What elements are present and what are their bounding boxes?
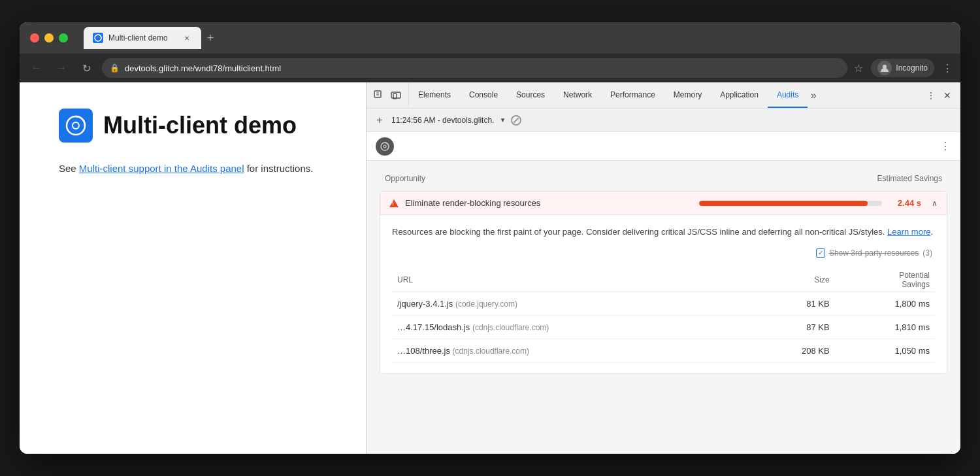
page-title: Multi-client demo	[103, 112, 297, 139]
page-content: Multi-client demo See Multi-client suppo…	[20, 82, 366, 454]
third-party-filter-row: ✓ Show 3rd-party resources (3)	[392, 248, 935, 258]
url-text: devtools.glitch.me/wndt78/multiclient.ht…	[125, 63, 281, 73]
lock-icon: 🔒	[110, 63, 120, 73]
minimize-traffic-light[interactable]	[44, 33, 54, 42]
resource-row: /jquery-3.4.1.js (code.jquery.com) 81 KB…	[392, 292, 935, 315]
tab-title: Multi-client demo	[108, 33, 168, 42]
browser-tab-active[interactable]: Multi-client demo ✕	[84, 27, 201, 49]
col-size-header: Size	[750, 268, 834, 292]
inspect-element-icon[interactable]	[373, 90, 385, 101]
devtools-panel: Elements Console Sources Network Perform…	[366, 82, 960, 454]
tab-console[interactable]: Console	[460, 82, 507, 108]
opportunity-header: Opportunity Estimated Savings	[380, 171, 947, 186]
collapse-opportunity-icon[interactable]: ∧	[932, 199, 938, 208]
close-traffic-light[interactable]	[30, 33, 39, 42]
third-party-count: (3)	[923, 248, 932, 258]
devtools-toolbar: Elements Console Sources Network Perform…	[367, 82, 960, 109]
timestamp-dropdown[interactable]: ▼	[499, 116, 506, 124]
resource-url: …108/three.js (cdnjs.cloudflare.com)	[392, 339, 750, 362]
add-audit-button[interactable]: +	[373, 114, 386, 127]
browser-window: Multi-client demo ✕ + ← → ↻ 🔒 devtools.g…	[20, 22, 960, 454]
tab-performance[interactable]: Performance	[601, 82, 664, 108]
col-url-header: URL	[392, 268, 750, 292]
maximize-traffic-light[interactable]	[59, 33, 68, 42]
profile-avatar	[877, 61, 892, 75]
opportunity-bar-container	[699, 201, 882, 206]
resource-size: 87 KB	[750, 315, 834, 339]
third-party-checkbox[interactable]: ✓	[816, 248, 825, 258]
devtools-icons-left	[367, 82, 409, 108]
more-tabs-icon[interactable]: »	[808, 90, 819, 101]
profile-button[interactable]: Incognito	[871, 59, 934, 77]
tab-application[interactable]: Application	[711, 82, 768, 108]
new-tab-button[interactable]: +	[201, 29, 220, 47]
resource-savings: 1,050 ms	[835, 339, 935, 362]
resource-row: …4.17.15/lodash.js (cdnjs.cloudflare.com…	[392, 315, 935, 339]
resources-table: URL Size Potential Savings /jquery-3.4.1…	[392, 268, 935, 363]
learn-more-link[interactable]: Learn more	[887, 227, 930, 237]
tab-sources[interactable]: Sources	[507, 82, 554, 108]
svg-point-3	[73, 122, 79, 129]
bookmark-icon[interactable]: ☆	[854, 62, 863, 75]
devtools-tabs-right: ⋮ ✕	[917, 88, 960, 103]
devtools-menu-icon[interactable]: ⋮	[924, 88, 938, 103]
opportunity-column-label: Opportunity	[385, 174, 425, 183]
devtools-tabs: Elements Console Sources Network Perform…	[409, 82, 917, 108]
profile-name: Incognito	[896, 63, 928, 73]
forward-button[interactable]: →	[52, 59, 71, 77]
address-bar-right: ☆ Incognito ⋮	[854, 59, 953, 77]
tab-favicon	[93, 33, 103, 43]
tab-audits[interactable]: Audits	[768, 82, 808, 108]
resource-savings: 1,800 ms	[835, 292, 935, 315]
tab-bar: Multi-client demo ✕ +	[84, 27, 220, 49]
main-content: Multi-client demo See Multi-client suppo…	[20, 82, 960, 454]
estimated-savings-label: Estimated Savings	[877, 174, 942, 183]
col-savings-header: Potential Savings	[835, 268, 935, 292]
page-header: Multi-client demo	[59, 109, 327, 143]
opportunity-title: Eliminate render-blocking resources	[405, 198, 693, 208]
desc-after: for instructions.	[244, 163, 314, 174]
tab-close-button[interactable]: ✕	[182, 33, 192, 43]
resource-url: …4.17.15/lodash.js (cdnjs.cloudflare.com…	[392, 315, 750, 339]
opportunity-description: Resources are blocking the first paint o…	[392, 226, 935, 239]
devtools-close-button[interactable]: ✕	[941, 88, 954, 103]
audited-page-icon	[376, 137, 394, 156]
audits-content: Opportunity Estimated Savings Eliminate …	[367, 161, 960, 454]
audits-panel-link[interactable]: Multi-client support in the Audits panel	[79, 163, 244, 174]
page-logo	[59, 109, 93, 143]
resource-savings: 1,810 ms	[835, 315, 935, 339]
opportunity-bar	[699, 201, 868, 206]
resource-size: 208 KB	[750, 339, 834, 362]
back-button[interactable]: ←	[27, 59, 46, 77]
third-party-label: Show 3rd-party resources	[829, 248, 919, 258]
opportunity-main-row[interactable]: Eliminate render-blocking resources 2.44…	[380, 192, 947, 215]
refresh-button[interactable]: ↻	[77, 59, 95, 77]
title-bar: Multi-client demo ✕ +	[20, 22, 960, 54]
url-bar[interactable]: 🔒 devtools.glitch.me/wndt78/multiclient.…	[102, 58, 847, 78]
warning-icon	[389, 199, 399, 207]
svg-point-8	[384, 145, 386, 148]
address-bar: ← → ↻ 🔒 devtools.glitch.me/wndt78/multic…	[20, 54, 960, 82]
device-toolbar-icon[interactable]	[390, 90, 402, 101]
clear-audits-button[interactable]	[511, 115, 521, 126]
resource-url: /jquery-3.4.1.js (code.jquery.com)	[392, 292, 750, 315]
tab-memory[interactable]: Memory	[664, 82, 711, 108]
opportunity-details: Resources are blocking the first paint o…	[380, 215, 947, 373]
desc-before: See	[59, 163, 79, 174]
tab-elements[interactable]: Elements	[409, 82, 460, 108]
svg-rect-4	[374, 91, 381, 97]
devtools-url-bar: ⋮	[367, 132, 960, 161]
url-more-options[interactable]: ⋮	[940, 140, 951, 152]
devtools-secondary-bar: + 11:24:56 AM - devtools.glitch. ▼	[367, 109, 960, 132]
page-description: See Multi-client support in the Audits p…	[59, 161, 327, 177]
opportunity-row: Eliminate render-blocking resources 2.44…	[380, 191, 947, 374]
opportunity-time: 2.44 s	[889, 198, 921, 208]
audit-timestamp: 11:24:56 AM - devtools.glitch.	[391, 116, 494, 125]
resource-row: …108/three.js (cdnjs.cloudflare.com) 208…	[392, 339, 935, 362]
resource-size: 81 KB	[750, 292, 834, 315]
browser-more-icon[interactable]: ⋮	[942, 62, 953, 75]
tab-network[interactable]: Network	[554, 82, 601, 108]
traffic-lights	[30, 33, 68, 42]
